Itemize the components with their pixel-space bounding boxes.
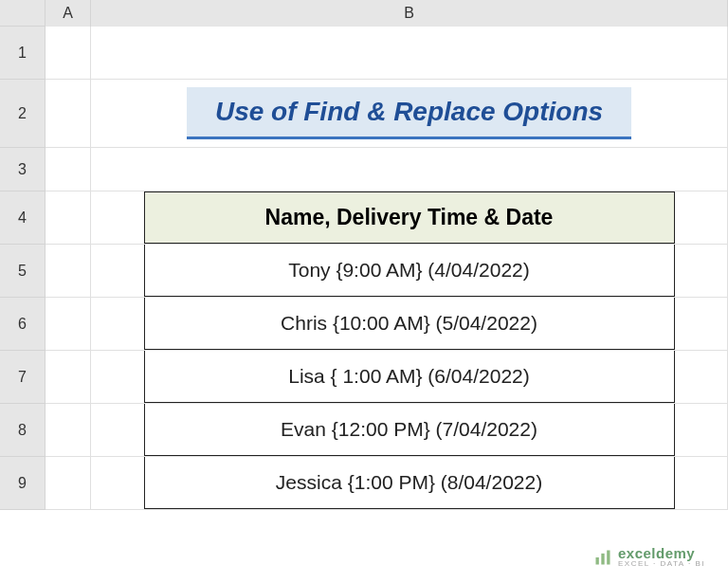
cell-b4[interactable]: Name, Delivery Time & Date	[91, 191, 728, 245]
watermark-tagline: EXCEL · DATA · BI	[618, 560, 705, 568]
row-2: 2 Use of Find & Replace Options	[0, 80, 728, 148]
row-7: 7 Lisa { 1:00 AM} (6/04/2022)	[0, 351, 728, 404]
cell-b5[interactable]: Tony {9:00 AM} (4/04/2022)	[91, 245, 728, 298]
row-5: 5 Tony {9:00 AM} (4/04/2022)	[0, 245, 728, 298]
cell-a1[interactable]	[46, 27, 91, 80]
cell-b7[interactable]: Lisa { 1:00 AM} (6/04/2022)	[91, 351, 728, 404]
row-8: 8 Evan {12:00 PM} (7/04/2022)	[0, 404, 728, 457]
row-header-9[interactable]: 9	[0, 457, 46, 510]
row-header-3[interactable]: 3	[0, 148, 46, 191]
cell-a5[interactable]	[46, 245, 91, 298]
cell-a6[interactable]	[46, 298, 91, 351]
cell-a8[interactable]	[46, 404, 91, 457]
table-header: Name, Delivery Time & Date	[144, 191, 675, 244]
cell-b9[interactable]: Jessica {1:00 PM} (8/04/2022)	[91, 457, 728, 510]
column-header-a[interactable]: A	[46, 0, 91, 27]
row-6: 6 Chris {10:00 AM} (5/04/2022)	[0, 298, 728, 351]
cell-b1[interactable]	[91, 27, 728, 80]
table-row: Tony {9:00 AM} (4/04/2022)	[144, 245, 675, 297]
cell-a3[interactable]	[46, 148, 91, 191]
row-1: 1	[0, 27, 728, 80]
row-4: 4 Name, Delivery Time & Date	[0, 191, 728, 245]
watermark-text: exceldemy EXCEL · DATA · BI	[618, 546, 705, 568]
cell-b8[interactable]: Evan {12:00 PM} (7/04/2022)	[91, 404, 728, 457]
cell-a7[interactable]	[46, 351, 91, 404]
cell-a4[interactable]	[46, 191, 91, 245]
cell-a2[interactable]	[46, 80, 91, 148]
row-header-7[interactable]: 7	[0, 351, 46, 404]
column-header-row: A B	[0, 0, 728, 27]
svg-rect-2	[607, 550, 610, 564]
page-title: Use of Find & Replace Options	[187, 87, 631, 139]
row-header-1[interactable]: 1	[0, 27, 46, 80]
cell-b6[interactable]: Chris {10:00 AM} (5/04/2022)	[91, 298, 728, 351]
cell-b2[interactable]: Use of Find & Replace Options	[91, 80, 728, 148]
spreadsheet-grid: A B 1 2 Use of Find & Replace Options 3 …	[0, 0, 728, 583]
svg-rect-0	[595, 557, 598, 565]
row-header-5[interactable]: 5	[0, 245, 46, 298]
bar-chart-icon	[593, 548, 612, 567]
table-row: Lisa { 1:00 AM} (6/04/2022)	[144, 351, 675, 403]
cell-a9[interactable]	[46, 457, 91, 510]
table-row: Chris {10:00 AM} (5/04/2022)	[144, 298, 675, 350]
row-header-8[interactable]: 8	[0, 404, 46, 457]
row-3: 3	[0, 148, 728, 191]
column-header-b[interactable]: B	[91, 0, 728, 27]
row-header-2[interactable]: 2	[0, 80, 46, 148]
select-all-corner[interactable]	[0, 0, 46, 27]
watermark-brand: exceldemy	[618, 546, 705, 560]
svg-rect-1	[601, 553, 604, 564]
row-header-6[interactable]: 6	[0, 298, 46, 351]
watermark: exceldemy EXCEL · DATA · BI	[593, 546, 705, 568]
table-row: Evan {12:00 PM} (7/04/2022)	[144, 404, 675, 456]
row-9: 9 Jessica {1:00 PM} (8/04/2022)	[0, 457, 728, 510]
cell-b3[interactable]	[91, 148, 728, 191]
table-row: Jessica {1:00 PM} (8/04/2022)	[144, 457, 675, 509]
row-header-4[interactable]: 4	[0, 191, 46, 245]
